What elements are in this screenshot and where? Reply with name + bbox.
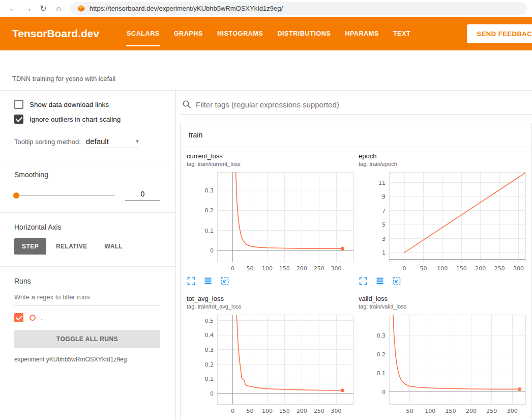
tag-group-card: train current_loss tag: train/current_lo… — [180, 123, 532, 419]
fit-domain-icon[interactable] — [220, 419, 229, 419]
smoothing-slider-thumb[interactable] — [13, 192, 19, 199]
svg-text:0: 0 — [231, 408, 234, 414]
show-download-links-row[interactable]: Show data download links — [14, 100, 160, 109]
chart-plot[interactable]: 0501001502002503001357911 — [359, 169, 526, 274]
svg-text:0.3: 0.3 — [205, 187, 214, 194]
svg-text:200: 200 — [297, 408, 307, 414]
step-button[interactable]: STEP — [14, 238, 46, 255]
reload-icon[interactable]: ↻ — [36, 4, 51, 13]
tag-filter-input[interactable] — [196, 100, 532, 109]
fit-domain-icon[interactable] — [392, 276, 401, 286]
tag-filter-bar — [179, 98, 532, 115]
run-checkbox[interactable] — [14, 313, 23, 322]
run-item[interactable]: . — [14, 313, 160, 322]
data-table-icon[interactable] — [203, 276, 213, 286]
svg-text:0: 0 — [402, 265, 406, 272]
svg-text:200: 200 — [297, 265, 307, 272]
svg-text:50: 50 — [247, 265, 254, 272]
svg-text:250: 250 — [486, 408, 497, 414]
show-download-links-checkbox[interactable] — [14, 100, 23, 109]
tag-group-header[interactable]: train — [181, 123, 531, 147]
expand-chart-icon[interactable] — [359, 276, 368, 286]
tab-hparams[interactable]: HPARAMS — [338, 17, 386, 50]
chart-plot[interactable]: 05010015020025030000.10.20.30.40.5 — [187, 312, 354, 416]
search-icon — [182, 100, 191, 109]
svg-text:0.4: 0.4 — [205, 332, 214, 339]
wall-button[interactable]: WALL — [97, 238, 131, 255]
svg-text:7: 7 — [382, 208, 386, 214]
svg-text:150: 150 — [446, 408, 456, 414]
svg-text:5: 5 — [382, 221, 386, 228]
chart-title: epoch — [359, 152, 526, 160]
chart-plot[interactable]: 5010015020025030000.10.20.3 — [359, 312, 526, 416]
svg-text:150: 150 — [279, 408, 290, 414]
home-icon[interactable]: ⌂ — [51, 4, 66, 13]
show-download-links-label: Show data download links — [29, 101, 109, 108]
runs-label: Runs — [14, 277, 160, 285]
tab-histograms[interactable]: HISTOGRAMS — [210, 17, 271, 50]
svg-text:11: 11 — [378, 180, 386, 186]
ignore-outliers-row[interactable]: Ignore outliers in chart scaling — [14, 115, 160, 124]
address-bar[interactable]: https://tensorboard.dev/experiment/yKUbh… — [70, 2, 527, 15]
svg-text:50: 50 — [420, 265, 427, 272]
expand-chart-icon[interactable] — [187, 276, 196, 286]
svg-text:150: 150 — [456, 265, 467, 272]
svg-text:0: 0 — [382, 389, 386, 396]
forward-icon[interactable]: → — [20, 4, 36, 13]
tab-scalars[interactable]: SCALARS — [120, 17, 167, 50]
horizontal-axis-buttons: STEP RELATIVE WALL — [14, 238, 160, 255]
experiment-title-bar: TDNN training for yesno with icefall — [0, 50, 532, 91]
chart-plot[interactable]: 05010015020025030000.10.20.3 — [187, 169, 354, 274]
tab-graphs[interactable]: GRAPHS — [167, 17, 210, 50]
runs-filter-input[interactable] — [14, 293, 160, 306]
svg-text:250: 250 — [314, 265, 324, 272]
svg-text:0.1: 0.1 — [205, 228, 214, 234]
data-table-icon[interactable] — [375, 276, 385, 286]
svg-text:200: 200 — [466, 408, 477, 414]
data-table-icon[interactable] — [203, 419, 213, 419]
chart-tot-avg-loss: tot_avg_loss tag: train/tot_avg_loss 050… — [187, 295, 354, 419]
fit-domain-icon[interactable] — [220, 276, 229, 286]
chart-toolbar — [187, 419, 354, 419]
tooltip-sorting-label: Tooltip sorting method: — [14, 138, 81, 146]
send-feedback-button[interactable]: SEND FEEDBACK — [467, 24, 532, 43]
svg-text:100: 100 — [262, 265, 273, 272]
svg-text:0.2: 0.2 — [205, 207, 214, 214]
smoothing-value-input[interactable]: 0 — [125, 190, 160, 201]
tooltip-sorting-row: Tooltip sorting method: default ▾ — [14, 137, 160, 148]
relative-button[interactable]: RELATIVE — [48, 238, 95, 255]
svg-text:0.2: 0.2 — [205, 361, 214, 368]
svg-text:1: 1 — [382, 249, 386, 256]
svg-text:0.1: 0.1 — [205, 376, 214, 382]
chart-valid-loss: valid_loss tag: train/valid_loss 5010015… — [359, 295, 526, 419]
smoothing-slider[interactable] — [14, 195, 115, 196]
chart-current-loss: current_loss tag: train/current_loss 050… — [187, 152, 354, 286]
ignore-outliers-checkbox[interactable] — [14, 115, 23, 124]
sidebar-divider — [0, 212, 175, 213]
svg-text:100: 100 — [262, 408, 273, 414]
chart-title: current_loss — [187, 152, 354, 160]
tab-text[interactable]: TEXT — [386, 17, 418, 50]
tooltip-sorting-value: default — [86, 137, 109, 146]
tab-distributions[interactable]: DISTRIBUTIONS — [270, 17, 338, 50]
chart-toolbar — [187, 276, 354, 286]
expand-chart-icon[interactable] — [187, 419, 196, 419]
dropdown-arrow-icon: ▾ — [136, 138, 139, 145]
back-icon[interactable]: ← — [5, 4, 20, 13]
toggle-all-runs-button[interactable]: TOGGLE ALL RUNS — [14, 330, 160, 348]
browser-chrome: ← → ↻ ⌂ https://tensorboard.dev/experime… — [0, 0, 532, 17]
app-header: TensorBoard.dev SCALARS GRAPHS HISTOGRAM… — [0, 17, 532, 50]
sidebar-divider — [0, 160, 175, 160]
svg-text:0: 0 — [231, 265, 234, 272]
expand-chart-icon[interactable] — [359, 419, 368, 419]
svg-text:0: 0 — [210, 247, 214, 254]
fit-domain-icon[interactable] — [392, 419, 401, 419]
svg-text:300: 300 — [331, 408, 342, 414]
data-table-icon[interactable] — [375, 419, 385, 419]
svg-text:0: 0 — [210, 390, 214, 397]
app-logo: TensorBoard.dev — [12, 27, 99, 40]
url-text: https://tensorboard.dev/experiment/yKUbh… — [90, 5, 283, 12]
run-name: . — [41, 314, 43, 322]
svg-text:250: 250 — [494, 265, 505, 272]
tooltip-sorting-select[interactable]: default ▾ — [86, 137, 139, 148]
